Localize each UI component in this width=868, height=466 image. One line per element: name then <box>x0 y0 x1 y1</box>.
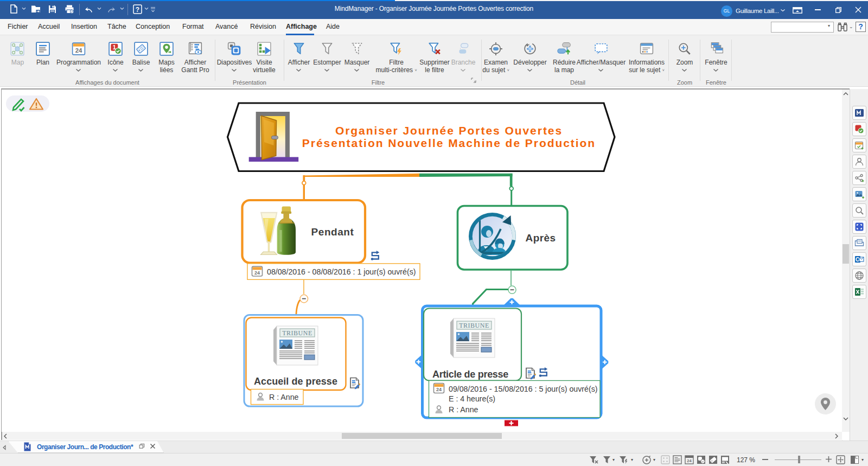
svg-text:E : 4 heure(s): E : 4 heure(s) <box>449 394 495 403</box>
svg-text:Pendant: Pendant <box>311 226 354 238</box>
svg-text:08/08/2016 - 08/08/2016 : 1 jo: 08/08/2016 - 08/08/2016 : 1 jour(s) ouvr… <box>267 267 416 276</box>
svg-text:09/08/2016 - 15/08/2016 : 5 jo: 09/08/2016 - 15/08/2016 : 5 jour(s) ouvr… <box>449 385 597 393</box>
svg-text:R : Anne: R : Anne <box>269 393 299 401</box>
svg-text:24: 24 <box>687 458 692 463</box>
svg-text:Organiser Journée Portes Ouver: Organiser Journée Portes Ouvertes <box>335 124 563 137</box>
svg-text:R : Anne: R : Anne <box>449 405 478 414</box>
svg-text:Accueil de presse: Accueil de presse <box>254 376 337 387</box>
svg-text:24: 24 <box>75 47 82 54</box>
svg-text:?: ? <box>136 6 139 14</box>
svg-text:Présentation Nouvelle Machine: Présentation Nouvelle Machine de Product… <box>302 137 596 149</box>
svg-text:Après: Après <box>526 232 556 244</box>
svg-text:Article de presse: Article de presse <box>432 369 508 380</box>
